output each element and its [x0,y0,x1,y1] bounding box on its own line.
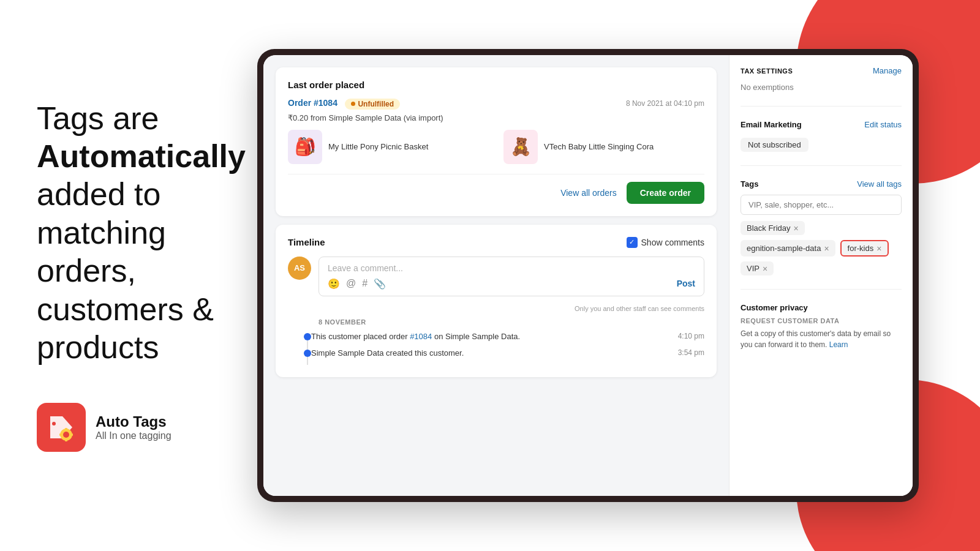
attachment-icon[interactable]: 📎 [374,278,386,290]
main-content: Last order placed Order #1084 Unfulfille… [263,55,729,496]
svg-rect-6 [70,433,73,436]
tax-exemptions-value: No exemptions [741,83,794,92]
customer-privacy-section: Customer privacy REQUEST CUSTOMER DATA G… [741,303,902,364]
timeline-title: Timeline [288,237,325,247]
order-row: Order #1084 Unfulfilled 8 Nov 2021 at 04… [288,97,704,110]
tags-row: Black Friday × egnition-sample-data × fo… [741,221,902,276]
order-actions: View all orders Create order [288,174,704,204]
timeline-event-text-1: This customer placed order #1084 on Simp… [311,332,671,341]
product-emoji-1: 🎒 [295,137,316,157]
create-order-button[interactable]: Create order [627,182,704,204]
timeline-dot-1 [304,333,311,340]
last-order-card: Last order placed Order #1084 Unfulfille… [276,67,717,216]
hashtag-icon[interactable]: # [362,278,368,290]
comment-hint: Only you and other staff can see comment… [288,305,704,312]
product-item-1: 🎒 My Little Pony Picnic Basket [288,130,489,164]
tag-chip-black-friday: Black Friday × [741,221,805,235]
unfulfilled-label: Unfulfilled [358,100,394,108]
tag-remove-black-friday[interactable]: × [794,224,799,233]
timeline-event-1: This customer placed order #1084 on Simp… [288,332,704,341]
tag-remove-egnition[interactable]: × [824,244,829,253]
timeline-card: Timeline ✓ Show comments AS Leave a comm… [276,225,717,377]
order-number-link[interactable]: Order #1084 [288,98,337,108]
tag-chip-for-kids: for-kids × [840,240,889,257]
show-comments-checkbox[interactable]: ✓ [627,237,638,248]
show-comments-label: Show comments [641,238,704,247]
tags-header: Tags View all tags [741,179,902,189]
show-comments-toggle[interactable]: ✓ Show comments [627,237,704,248]
tag-remove-vip[interactable]: × [763,264,767,273]
last-order-title: Last order placed [288,80,704,90]
svg-point-0 [52,422,56,425]
tag-label-egnition: egnition-sample-data [747,244,821,253]
order-date: 8 Nov 2021 at 04:10 pm [626,99,704,108]
edit-status-link[interactable]: Edit status [864,120,902,129]
tag-label-black-friday: Black Friday [747,223,791,233]
comment-input-row: AS Leave a comment... 🙂 @ # 📎 Post [288,257,704,296]
timeline-dot-2 [304,350,311,357]
privacy-description: Get a copy of this customer's data by em… [741,328,902,350]
tags-input[interactable] [741,195,902,215]
comment-tools: 🙂 @ # 📎 Post [328,278,695,290]
brand-icon [37,403,86,452]
device-mockup: Last order placed Order #1084 Unfulfille… [257,49,919,502]
tax-settings-section: TAX SETTINGS Manage No exemptions [741,66,902,107]
comment-icon-row: 🙂 @ # 📎 [328,278,386,290]
brand-text: Auto Tags All In one tagging [96,413,172,441]
tags-section: Tags View all tags Black Friday × egniti… [741,179,902,290]
user-avatar: AS [288,257,311,280]
svg-rect-5 [59,433,62,436]
tag-label-for-kids: for-kids [848,244,874,253]
tag-remove-for-kids[interactable]: × [876,244,881,253]
event-order-link[interactable]: #1084 [410,332,432,341]
product-img-1: 🎒 [288,130,322,164]
email-marketing-header: Email Marketing Edit status [741,120,902,129]
order-info: Order #1084 Unfulfilled [288,97,400,110]
hero-line4: matching orders, [37,215,166,288]
hero-line2: Automatically [37,138,246,174]
brand-name: Auto Tags [96,413,172,430]
timeline-event-time-1: 4:10 pm [678,332,704,340]
svg-rect-4 [65,439,67,441]
brand-card: Auto Tags All In one tagging [37,403,245,452]
timeline-event-2: Simple Sample Data created this customer… [288,348,704,358]
view-all-tags-link[interactable]: View all tags [857,179,902,189]
tax-manage-link[interactable]: Manage [873,66,902,75]
tag-label-vip: VIP [747,264,760,273]
product-name-1: My Little Pony Picnic Basket [328,142,428,151]
event-text-prefix: This customer placed order [311,332,410,341]
event-text-suffix: on Simple Sample Data. [434,332,520,341]
device-inner: Last order placed Order #1084 Unfulfille… [263,55,913,496]
email-marketing-title: Email Marketing [741,120,802,129]
comment-placeholder: Leave a comment... [328,263,695,273]
emoji-icon[interactable]: 🙂 [328,278,340,290]
right-sidebar: TAX SETTINGS Manage No exemptions Email … [729,55,913,496]
timeline-event-time-2: 3:54 pm [678,348,704,357]
timeline-date: 8 NOVEMBER [318,318,704,326]
hero-line1: Tags are [37,100,159,136]
badge-dot [351,102,355,106]
svg-point-2 [63,432,69,438]
tax-settings-header: TAX SETTINGS Manage [741,66,902,75]
privacy-learn-link[interactable]: Learn [829,340,848,349]
timeline-event-text-2: Simple Sample Data created this customer… [311,348,671,358]
mention-icon[interactable]: @ [346,278,356,290]
left-panel: Tags are Automatically added to matching… [0,0,282,551]
unfulfilled-badge: Unfulfilled [345,99,400,110]
product-img-2: 🧸 [503,130,538,164]
tax-settings-title: TAX SETTINGS [741,67,793,75]
hero-line6: products [37,329,159,365]
svg-rect-3 [65,428,67,430]
product-emoji-2: 🧸 [510,137,532,157]
timeline-header: Timeline ✓ Show comments [288,237,704,248]
view-all-orders-link[interactable]: View all orders [560,188,617,198]
tag-chip-vip: VIP × [741,261,774,276]
privacy-text-content: Get a copy of this customer's data by em… [741,329,891,349]
order-price: ₹0.20 from Simple Sample Data (via impor… [288,113,704,122]
brand-tagline: All In one tagging [96,430,172,441]
post-button[interactable]: Post [677,279,695,288]
comment-input-area[interactable]: Leave a comment... 🙂 @ # 📎 Post [318,257,704,296]
customer-privacy-title: Customer privacy [741,303,902,312]
tags-title: Tags [741,179,758,189]
products-row: 🎒 My Little Pony Picnic Basket 🧸 VTech B… [288,130,704,164]
